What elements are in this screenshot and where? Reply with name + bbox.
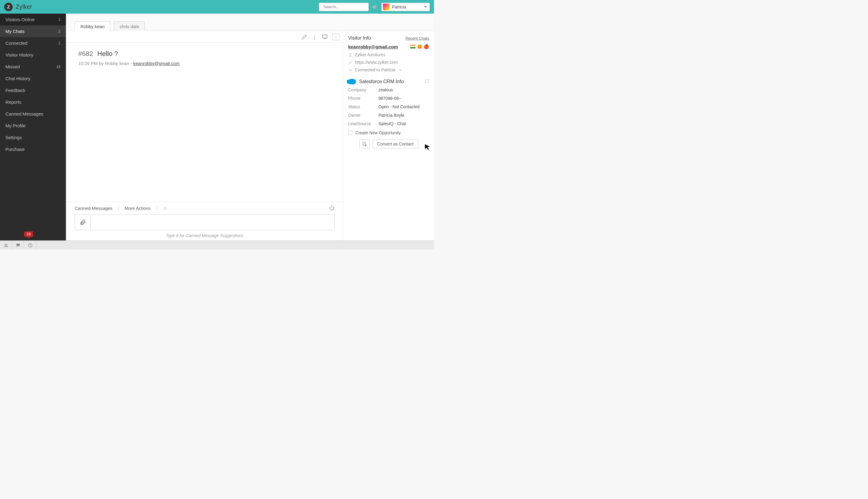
message-input[interactable] <box>91 220 334 225</box>
sb-clock-icon[interactable] <box>24 241 36 250</box>
nav-purchase[interactable]: Purchase <box>0 143 66 155</box>
brand-name: Zylker <box>16 3 32 10</box>
crm-status: Open - Not Contacted <box>378 104 429 109</box>
ticket-number: #682 <box>78 50 93 58</box>
search-input[interactable] <box>323 4 374 9</box>
conversation-area: #682 Hello ? 10:26 PM by Robby kean - ke… <box>66 42 343 202</box>
emoji-icon[interactable]: ☺ <box>163 206 167 211</box>
tab-chris[interactable]: chris dale <box>114 22 145 31</box>
nav-canned-messages[interactable]: Canned Messages <box>0 108 66 120</box>
notification-badge[interactable]: 18 <box>24 231 33 237</box>
svg-point-5 <box>5 244 6 245</box>
nav-settings[interactable]: Settings <box>0 132 66 143</box>
user-avatar <box>383 4 390 10</box>
more-chevron[interactable] <box>332 34 339 40</box>
status-bar <box>0 241 434 250</box>
visitor-panel: Visitor Info Recent Chats keanrobby@gmai… <box>343 31 434 241</box>
nav-visitor-history[interactable]: Visitor History <box>0 49 66 61</box>
svg-rect-0 <box>323 35 327 38</box>
brand-logo: Z <box>4 3 13 11</box>
create-opportunity-label: Create New Opportunity <box>355 130 401 135</box>
visitor-url[interactable]: https://www.zylker.com <box>355 59 398 66</box>
nav-reports[interactable]: Reports <box>0 96 66 108</box>
crm-phone: 987098-09-- <box>378 96 429 101</box>
canned-messages-link[interactable]: Canned Messages <box>75 206 112 211</box>
tab-robby[interactable]: Robby kean <box>75 22 110 31</box>
message-meta: 10:26 PM by Robby kean - keanrobby@gmail… <box>78 61 331 66</box>
sidebar: Visitors Online2 My Chats2 Connected2 Vi… <box>0 14 66 241</box>
open-external-icon[interactable] <box>425 79 429 84</box>
crm-leadsource: SalesIQ - Chat <box>378 121 429 126</box>
author-email-link[interactable]: keanrobby@gmail.com <box>133 61 180 66</box>
nav-missed[interactable]: Missed18 <box>0 61 66 73</box>
caret-down-icon <box>424 6 427 8</box>
search-box[interactable] <box>319 3 369 11</box>
user-name: Patricia <box>392 4 422 9</box>
chat-tabs: Robby kean chris dale <box>66 14 434 31</box>
svg-point-1 <box>349 70 351 71</box>
nav-my-chats[interactable]: My Chats2 <box>0 25 66 37</box>
convert-contact-button[interactable]: Convert as Contact <box>373 139 418 148</box>
ticket-subject: Hello ? <box>97 50 118 58</box>
nav-feedback[interactable]: Feedback <box>0 84 66 96</box>
nav-chat-history[interactable]: Chat History <box>0 73 66 84</box>
crm-company: zealous <box>378 87 429 92</box>
visitor-email[interactable]: keanrobby@gmail.com <box>348 44 398 49</box>
visitor-connected: Connected to Patricia <box>355 66 395 74</box>
recent-chats-link[interactable]: Recent Chats <box>405 36 429 40</box>
create-opportunity-checkbox[interactable] <box>348 131 352 135</box>
visitor-org: Zylker-furnitures <box>355 51 385 59</box>
salesforce-icon <box>348 79 356 84</box>
composer <box>75 215 335 230</box>
brand: Z Zylker <box>4 3 32 11</box>
volume-icon[interactable] <box>372 4 378 10</box>
composer-hint: Type # for Canned Message Suggestions <box>66 233 343 241</box>
nav-visitors-online[interactable]: Visitors Online2 <box>0 14 66 25</box>
svg-point-2 <box>351 70 352 71</box>
apple-icon: 🍎 <box>424 44 429 49</box>
cursor-pointer-icon <box>424 144 431 151</box>
nav-my-profile[interactable]: My Profile <box>0 120 66 132</box>
sb-chat-icon[interactable] <box>12 241 24 250</box>
attachment-icon[interactable] <box>75 215 91 230</box>
firefox-icon <box>417 45 422 49</box>
india-flag-icon <box>410 45 416 48</box>
chat-toolbar: i <box>66 31 343 42</box>
crm-owner: Patricia Boyle <box>378 113 429 118</box>
end-chat-icon[interactable]: ⏻ <box>329 205 335 211</box>
compose-icon[interactable] <box>301 34 307 40</box>
note-icon-button[interactable] <box>359 139 369 148</box>
sb-users-icon[interactable] <box>0 241 12 250</box>
user-menu[interactable]: Patricia <box>381 3 430 11</box>
nav-connected[interactable]: Connected2 <box>0 37 66 49</box>
chat-bubble-icon[interactable] <box>322 34 328 40</box>
crm-title: Salesforce CRM Info <box>359 79 404 84</box>
svg-point-6 <box>7 244 7 245</box>
info-icon[interactable]: i <box>312 34 318 40</box>
visitor-info-title: Visitor Info <box>348 35 371 41</box>
more-actions-link[interactable]: More Actions <box>125 206 151 211</box>
